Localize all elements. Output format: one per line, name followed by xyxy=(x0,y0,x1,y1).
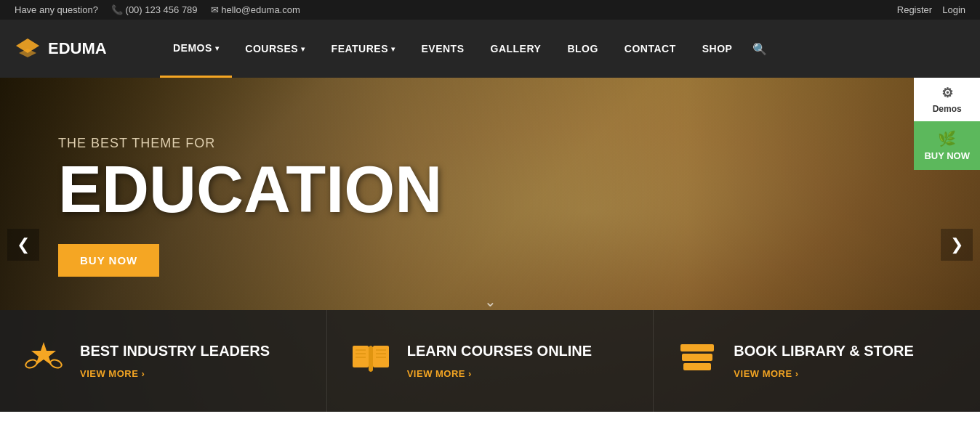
phone-number: 📞 (00) 123 456 789 xyxy=(111,4,198,15)
feature-box-library: BOOK LIBRARY & STORE VIEW MORE › xyxy=(654,310,980,412)
hero-subtitle: THE BEST THEME FOR xyxy=(58,136,442,151)
nav-item-events[interactable]: EVENTS xyxy=(409,20,478,78)
svg-marker-2 xyxy=(31,342,56,365)
nav-item-features[interactable]: FEATURES ▾ xyxy=(318,20,409,78)
leaders-icon xyxy=(22,336,65,386)
logo-text: EDUMA xyxy=(48,39,107,58)
demos-label: Demos xyxy=(933,104,962,114)
hero-content: THE BEST THEME FOR EDUCATION BUY NOW xyxy=(58,136,442,277)
svg-point-4 xyxy=(49,358,63,369)
svg-rect-6 xyxy=(373,346,389,367)
buy-now-label: Buy Now xyxy=(924,150,970,161)
feature-box-courses: LEARN COURSES ONLINE VIEW MORE › xyxy=(327,310,654,412)
nav-item-demos[interactable]: DEMOS ▾ xyxy=(160,20,232,78)
feature-text-leaders: BEST INDUSTRY LEADERS VIEW MORE › xyxy=(80,342,305,380)
buy-now-panel[interactable]: 🌿 Buy Now xyxy=(914,121,980,170)
nav-item-contact[interactable]: CONTACT xyxy=(611,20,689,78)
hero-title: EDUCATION xyxy=(58,157,442,222)
nav-item-courses[interactable]: COURSES ▾ xyxy=(232,20,318,78)
question-text: Have any question? xyxy=(15,4,98,15)
top-bar-right: Register Login xyxy=(897,4,965,15)
feature-text-courses: LEARN COURSES ONLINE VIEW MORE › xyxy=(407,342,632,380)
svg-rect-14 xyxy=(682,354,712,361)
books-stack-icon xyxy=(676,338,718,376)
phone-icon: 📞 xyxy=(111,4,123,15)
top-bar-left: Have any question? 📞 (00) 123 456 789 ✉ … xyxy=(15,4,300,15)
chevron-down-icon: ▾ xyxy=(391,45,395,53)
chevron-down-icon: ▾ xyxy=(215,44,220,52)
login-link[interactable]: Login xyxy=(942,4,965,15)
email-address: ✉ hello@eduma.com xyxy=(211,4,300,15)
features-bar: BEST INDUSTRY LEADERS VIEW MORE › xyxy=(0,310,980,412)
nav-item-gallery[interactable]: GALLERY xyxy=(478,20,555,78)
feature-title-courses: LEARN COURSES ONLINE xyxy=(407,342,632,359)
demos-panel[interactable]: ⚙ Demos xyxy=(914,78,980,121)
top-bar: Have any question? 📞 (00) 123 456 789 ✉ … xyxy=(0,0,980,20)
nav-item-blog[interactable]: BLOG xyxy=(554,20,611,78)
search-icon[interactable]: 🔍 xyxy=(745,42,774,56)
email-icon: ✉ xyxy=(211,4,219,15)
buy-now-button[interactable]: BUY NOW xyxy=(58,244,159,277)
feature-link-library[interactable]: VIEW MORE › xyxy=(734,368,798,379)
svg-point-3 xyxy=(25,358,38,369)
logo-icon xyxy=(15,36,41,62)
feature-box-leaders: BEST INDUSTRY LEADERS VIEW MORE › xyxy=(0,310,327,412)
courses-icon xyxy=(349,338,393,384)
hero-section: THE BEST THEME FOR EDUCATION BUY NOW ❮ ❯… xyxy=(0,78,980,412)
leaf-icon: 🌿 xyxy=(938,130,956,147)
svg-rect-15 xyxy=(683,363,711,370)
feature-title-library: BOOK LIBRARY & STORE xyxy=(734,342,958,359)
nav-item-shop[interactable]: SHOP xyxy=(689,20,746,78)
logo[interactable]: EDUMA xyxy=(15,36,131,62)
gear-icon: ⚙ xyxy=(941,85,953,101)
right-panels: ⚙ Demos 🌿 Buy Now xyxy=(914,78,980,170)
svg-rect-13 xyxy=(680,344,714,351)
slider-prev-button[interactable]: ❮ xyxy=(7,229,39,261)
star-laurel-icon xyxy=(23,336,65,378)
svg-rect-5 xyxy=(353,346,369,367)
feature-link-leaders[interactable]: VIEW MORE › xyxy=(80,368,145,379)
svg-marker-1 xyxy=(19,49,36,57)
slider-next-button[interactable]: ❯ xyxy=(941,229,973,261)
open-book-icon xyxy=(350,338,392,376)
scroll-down-indicator[interactable]: ⌄ xyxy=(484,293,497,310)
main-nav: DEMOS ▾ COURSES ▾ FEATURES ▾ EVENTS GALL… xyxy=(160,20,965,78)
feature-title-leaders: BEST INDUSTRY LEADERS xyxy=(80,342,305,359)
feature-link-courses[interactable]: VIEW MORE › xyxy=(407,368,472,379)
register-link[interactable]: Register xyxy=(897,4,932,15)
chevron-down-icon: ▾ xyxy=(301,45,305,53)
feature-text-library: BOOK LIBRARY & STORE VIEW MORE › xyxy=(734,342,958,380)
library-icon xyxy=(675,338,719,384)
header: EDUMA DEMOS ▾ COURSES ▾ FEATURES ▾ EVENT… xyxy=(0,20,980,78)
